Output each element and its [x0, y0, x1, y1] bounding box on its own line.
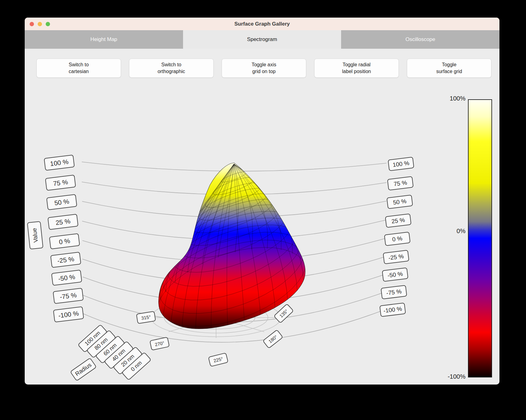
tab-oscilloscope[interactable]: Oscilloscope [341, 30, 499, 49]
title-bar[interactable]: Surface Graph Gallery [25, 18, 499, 30]
switch-projection-button[interactable]: Switch to orthographic [129, 59, 214, 78]
window-title: Surface Graph Gallery [234, 21, 290, 27]
minimize-button-icon[interactable] [38, 22, 42, 26]
zoom-button-icon[interactable] [46, 22, 50, 26]
toggle-surface-grid-button[interactable]: Toggle surface grid [407, 59, 491, 78]
colorbar-top-label: 100% [428, 95, 465, 102]
value-axis-title: Value [27, 221, 44, 249]
close-button-icon[interactable] [30, 22, 34, 26]
tab-spectrogram[interactable]: Spectrogram [183, 30, 341, 49]
tab-bar: Height Map Spectrogram Oscilloscope [25, 30, 499, 49]
colorbar-bottom-label: -100% [428, 373, 465, 380]
colorbar-legend [468, 99, 492, 377]
tab-height-map[interactable]: Height Map [25, 30, 183, 49]
toggle-axis-grid-button[interactable]: Toggle axis grid on top [222, 59, 306, 78]
toggle-radial-label-button[interactable]: Toggle radial label position [314, 59, 399, 78]
traffic-lights [30, 18, 50, 30]
colorbar-mid-label: 0% [428, 228, 465, 235]
switch-coordinates-button[interactable]: Switch to cartesian [36, 59, 121, 78]
